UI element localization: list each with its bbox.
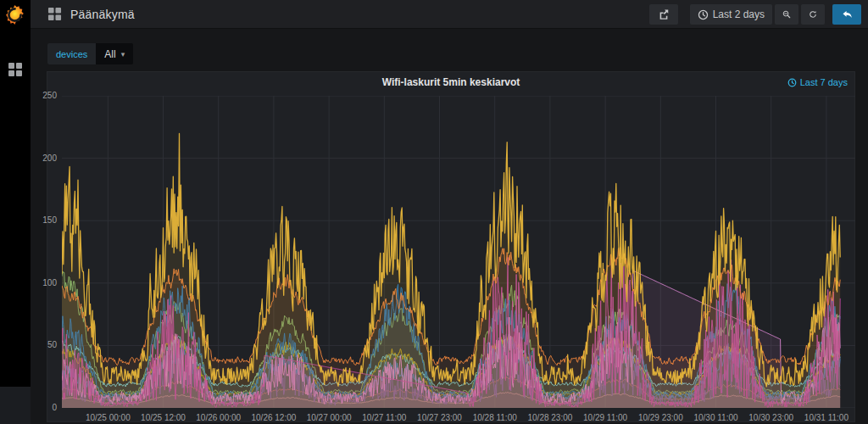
dashboard-grid-icon [47,7,62,21]
back-arrow-icon [841,8,854,21]
clock-icon [787,78,797,87]
sidebar [0,0,31,424]
grafana-logo[interactable] [4,4,25,25]
dashboard-title[interactable]: Päänäkymä [70,8,135,21]
variable-selected-value: All [104,48,115,60]
share-icon [658,8,670,20]
time-range-button[interactable]: Last 2 days [690,4,772,25]
zoom-out-icon [782,8,791,20]
variable-value-dropdown[interactable]: All ▾ [96,43,133,64]
timeseries-chart[interactable] [62,96,855,408]
template-variables-row: devices All ▾ [47,43,133,64]
refresh-icon [809,8,817,20]
y-axis-tick: 250 [31,92,57,100]
navbar-actions: Last 2 days [649,4,861,25]
y-axis-tick: 150 [31,216,57,225]
panel-title[interactable]: Wifi-laskurit 5min keskiarvot [47,76,854,88]
share-button[interactable] [649,4,678,25]
refresh-button[interactable] [801,4,825,25]
panel-wifi-counters: Wifi-laskurit 5min keskiarvot Last 7 day… [47,71,855,422]
panel-time-override-label: Last 7 days [800,77,848,87]
y-axis-tick: 100 [31,279,57,287]
zoom-out-button[interactable] [775,4,798,25]
variable-label-devices[interactable]: devices [47,43,96,64]
panel-time-override: Last 7 days [787,77,848,87]
top-navbar: Päänäkymä Last 2 days [31,0,868,29]
back-to-dashboard-button[interactable] [832,4,861,25]
sidebar-bottom-block [0,387,31,424]
clock-icon [698,9,709,20]
x-axis-tick: 10/31 11:00 [791,413,862,422]
time-range-label: Last 2 days [713,8,765,20]
y-axis-tick: 200 [31,154,57,163]
dashboards-grid-icon[interactable] [8,62,23,77]
y-axis-tick: 0 [31,404,57,412]
chevron-down-icon: ▾ [121,50,125,59]
y-axis-tick: 50 [31,341,57,349]
plot-area[interactable] [62,96,855,408]
